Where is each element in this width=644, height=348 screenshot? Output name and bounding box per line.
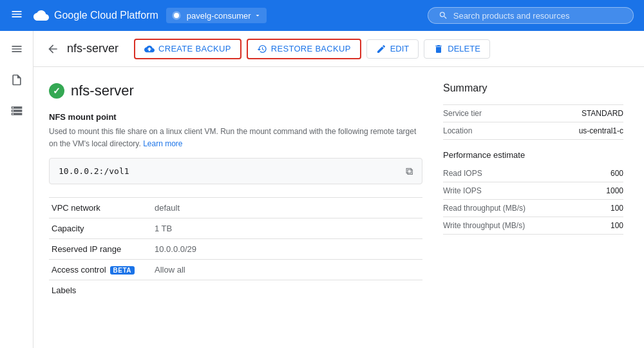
field-label: Reserved IP range [49, 239, 152, 260]
sidebar-icon-file[interactable] [6, 70, 27, 90]
app-logo: Google Cloud Platform [33, 8, 158, 23]
search-icon [439, 10, 448, 21]
perf-label: Read throughput (MB/s) [443, 204, 526, 213]
sidebar-icon-storage[interactable] [6, 101, 27, 121]
table-row: Labels [49, 280, 422, 301]
sidebar [0, 31, 33, 348]
search-box[interactable] [428, 7, 634, 24]
field-value: 10.0.0.0/29 [152, 239, 422, 260]
field-label: Access controlBETA [49, 260, 152, 280]
perf-value: 1000 [606, 186, 623, 195]
perf-row: Write throughput (MB/s)100 [443, 217, 623, 235]
resource-name: nfs-server [71, 82, 134, 99]
restore-backup-button[interactable]: RESTORE BACKUP [247, 39, 361, 59]
learn-more-link[interactable]: Learn more [143, 139, 182, 148]
summary-title: Summary [443, 82, 623, 94]
edit-button[interactable]: EDIT [366, 39, 419, 59]
project-name: pavelg-consumer [187, 11, 251, 21]
perf-label: Read IOPS [443, 169, 482, 178]
page-title: nfs-server [67, 42, 118, 55]
restore-icon [257, 44, 267, 54]
resource-title: ✓ nfs-server [49, 82, 422, 99]
perf-row: Read throughput (MB/s)100 [443, 200, 623, 217]
perf-label: Write throughput (MB/s) [443, 221, 525, 230]
back-button[interactable] [44, 40, 62, 58]
field-value: 1 TB [152, 218, 422, 239]
create-backup-button[interactable]: CREATE BACKUP [134, 39, 242, 59]
field-label: Capacity [49, 218, 152, 239]
create-backup-label: CREATE BACKUP [158, 44, 231, 53]
summary-value: STANDARD [582, 109, 623, 118]
summary-row: Locationus-central1-c [443, 122, 623, 140]
nfs-section-desc: Used to mount this file share on a linux… [49, 126, 422, 150]
summary-label: Service tier [443, 109, 482, 118]
copy-icon[interactable]: ⧉ [406, 165, 413, 177]
table-row: Access controlBETAAllow all [49, 260, 422, 280]
delete-button[interactable]: DELETE [424, 39, 490, 59]
toolbar: nfs-server CREATE BACKUP RESTORE BACKUP … [33, 31, 644, 67]
beta-badge: BETA [110, 266, 135, 275]
perf-value: 600 [611, 169, 623, 178]
field-label: VPC network [49, 198, 152, 218]
perf-row: Write IOPS1000 [443, 182, 623, 200]
right-panel: Summary Service tierSTANDARDLocationus-c… [443, 82, 623, 348]
nfs-section-title: NFS mount point [49, 112, 422, 122]
table-row: VPC networkdefault [49, 198, 422, 218]
top-nav: Google Cloud Platform pavelg-consumer [0, 0, 644, 31]
perf-title: Performance estimate [443, 150, 623, 160]
field-label: Labels [49, 280, 152, 301]
edit-icon [376, 44, 386, 54]
field-value [152, 280, 422, 301]
perf-row: Read IOPS600 [443, 165, 623, 182]
summary-rows: Service tierSTANDARDLocationus-central1-… [443, 104, 623, 140]
details-table: VPC networkdefaultCapacity1 TBReserved I… [49, 197, 422, 300]
main-content: nfs-server CREATE BACKUP RESTORE BACKUP … [33, 31, 644, 348]
content-area: ✓ nfs-server NFS mount point Used to mou… [33, 67, 644, 348]
table-row: Capacity1 TB [49, 218, 422, 239]
field-value: Allow all [152, 260, 422, 280]
field-value: default [152, 198, 422, 218]
sidebar-icon-menu[interactable] [6, 39, 27, 59]
perf-label: Write IOPS [443, 186, 482, 195]
status-check-icon: ✓ [49, 83, 64, 99]
menu-icon[interactable] [10, 8, 23, 24]
mount-path-text: 10.0.0.2:/vol1 [59, 166, 129, 176]
left-panel: ✓ nfs-server NFS mount point Used to mou… [49, 82, 422, 348]
delete-icon [433, 44, 444, 54]
edit-label: EDIT [390, 44, 410, 53]
table-row: Reserved IP range10.0.0.0/29 [49, 239, 422, 260]
app-title: Google Cloud Platform [54, 10, 158, 21]
backup-icon [144, 44, 155, 54]
cloud-icon [33, 8, 49, 23]
app-body: nfs-server CREATE BACKUP RESTORE BACKUP … [0, 31, 644, 348]
summary-value: us-central1-c [579, 126, 623, 135]
restore-backup-label: RESTORE BACKUP [271, 44, 351, 53]
perf-value: 100 [611, 221, 623, 230]
summary-label: Location [443, 126, 472, 135]
project-selector[interactable]: pavelg-consumer [166, 8, 267, 23]
summary-row: Service tierSTANDARD [443, 104, 623, 122]
delete-label: DELETE [448, 44, 480, 53]
search-input[interactable] [453, 11, 623, 21]
mount-path-box: 10.0.0.2:/vol1 ⧉ [49, 158, 422, 184]
perf-rows: Read IOPS600Write IOPS1000Read throughpu… [443, 165, 623, 235]
perf-value: 100 [611, 204, 623, 213]
